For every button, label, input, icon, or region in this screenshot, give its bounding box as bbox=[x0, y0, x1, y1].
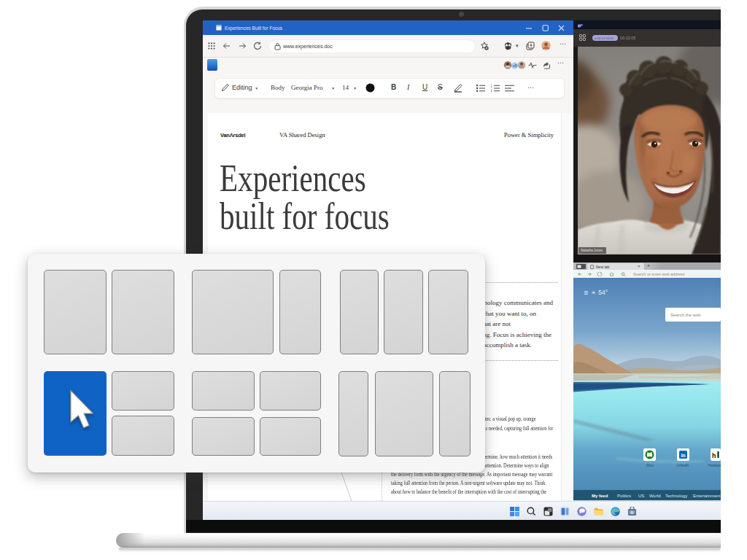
svg-text:+8: +8 bbox=[512, 63, 516, 68]
svg-text:LinkedIn: LinkedIn bbox=[676, 464, 689, 467]
svg-text:Entertainment: Entertainment bbox=[693, 494, 721, 498]
svg-text:World: World bbox=[649, 494, 661, 498]
svg-text:My feed: My feed bbox=[592, 494, 608, 498]
svg-text:Technology: Technology bbox=[665, 494, 687, 498]
svg-text:⊞: ⊞ bbox=[630, 510, 633, 514]
svg-text:☰ ☀ 54°: ☰ ☀ 54° bbox=[584, 289, 608, 296]
svg-text:2: 2 bbox=[491, 89, 492, 93]
svg-text:Search the web: Search the web bbox=[670, 313, 701, 317]
svg-text:h: h bbox=[712, 452, 716, 459]
svg-text:1: 1 bbox=[491, 85, 492, 88]
svg-text:in: in bbox=[681, 453, 685, 458]
svg-text:Headspace: Headspace bbox=[708, 464, 721, 467]
svg-text:Politics: Politics bbox=[617, 494, 631, 498]
svg-text:US: US bbox=[638, 494, 644, 498]
svg-text:Xbox: Xbox bbox=[646, 464, 654, 467]
